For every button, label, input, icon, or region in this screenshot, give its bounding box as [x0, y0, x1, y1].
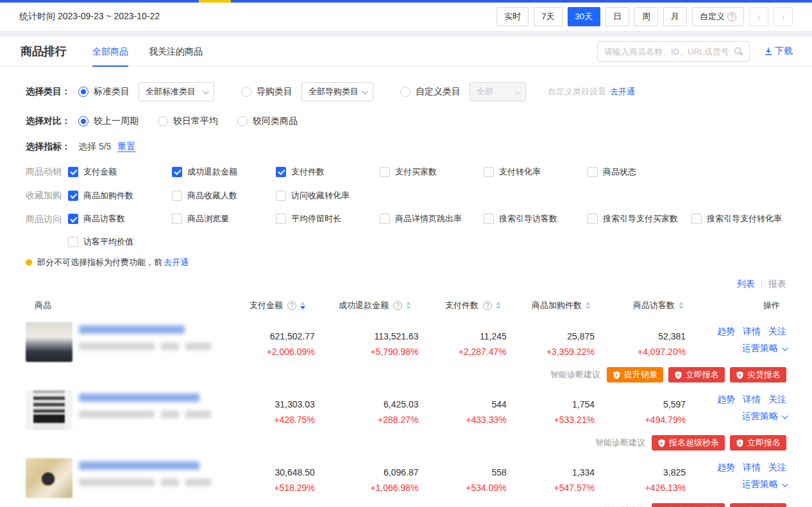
- metric-pay-buyers[interactable]: 支付买家数: [380, 166, 484, 178]
- view-list-button[interactable]: 列表: [737, 279, 755, 290]
- metric-grid: 支付金额 成功退款金额 支付件数 支付买家数 支付转化率 商品状态: [68, 166, 795, 178]
- metric-search-visitors[interactable]: 搜索引导访客数: [484, 213, 588, 225]
- notice-activate-link[interactable]: 去开通: [164, 257, 189, 268]
- help-icon[interactable]: [483, 301, 492, 310]
- radio-label: 自定义类目: [416, 86, 461, 98]
- product-title-blurred[interactable]: [79, 325, 185, 334]
- period-30d-button[interactable]: 30天: [568, 7, 600, 26]
- metric-pay-items[interactable]: 支付件数: [276, 166, 380, 178]
- period-custom-button[interactable]: 自定义: [692, 7, 744, 26]
- detail-link[interactable]: 详情: [743, 462, 761, 474]
- radio-custom-category[interactable]: 自定义类目: [400, 86, 461, 98]
- progress-strip-segment: [199, 0, 231, 3]
- metric-favorite-users[interactable]: 商品收藏人数: [172, 189, 276, 202]
- period-day-button[interactable]: 日: [605, 7, 629, 26]
- strategy-dropdown[interactable]: 运营策略: [742, 343, 786, 354]
- product-image[interactable]: [26, 322, 72, 362]
- radio-similar-products[interactable]: 较同类商品: [237, 116, 298, 127]
- metric-avg-stay[interactable]: 平均停留时长: [276, 213, 380, 225]
- radio-standard-category[interactable]: 标准类目: [78, 86, 130, 98]
- header-pay-amount[interactable]: 支付金额: [199, 300, 305, 311]
- metrics-reset-link[interactable]: 重置: [117, 141, 135, 153]
- sort-icon[interactable]: [679, 302, 684, 309]
- view-report-button[interactable]: 报表: [768, 279, 786, 290]
- sort-icon[interactable]: [586, 302, 591, 309]
- radio-daily-average[interactable]: 较日常平均: [158, 116, 218, 127]
- period-7d-button[interactable]: 7天: [534, 7, 562, 26]
- product-cell[interactable]: [26, 322, 211, 362]
- prev-period-button[interactable]: ‹: [749, 7, 768, 26]
- metric-pageviews[interactable]: 商品浏览量: [172, 213, 276, 225]
- detail-link[interactable]: 详情: [743, 394, 761, 406]
- follow-link[interactable]: 关注: [768, 462, 786, 474]
- product-meta-blurred: [79, 411, 211, 418]
- help-icon[interactable]: [393, 301, 402, 310]
- badge-flash-sale-signup[interactable]: 报名超级秒杀: [652, 435, 725, 451]
- follow-link[interactable]: 关注: [768, 394, 786, 406]
- download-button[interactable]: 下载: [764, 46, 793, 57]
- trend-link[interactable]: 趋势: [717, 326, 735, 338]
- follow-link[interactable]: 关注: [768, 326, 786, 338]
- search-icon[interactable]: [734, 47, 743, 56]
- metric-search-pay-conversion[interactable]: 搜索引导支付转化率: [691, 213, 795, 225]
- product-image[interactable]: [26, 390, 72, 430]
- metric-search-pay-buyers[interactable]: 搜索引导支付买家数: [588, 213, 691, 225]
- tab-all-products[interactable]: 全部商品: [92, 37, 128, 67]
- radio-guide-category[interactable]: 导购类目: [241, 86, 292, 98]
- product-title-blurred[interactable]: [79, 393, 199, 402]
- sort-icon[interactable]: [406, 302, 411, 309]
- badge-boost-sales[interactable]: 提升销量: [607, 367, 663, 382]
- metric-label: 支付金额: [83, 166, 117, 178]
- standard-category-select[interactable]: 全部标准类目: [139, 82, 214, 101]
- badge-top-product-signup[interactable]: 尖货报名: [730, 367, 786, 382]
- period-week-button[interactable]: 周: [634, 7, 658, 26]
- metric-label: 支付件数: [291, 166, 325, 178]
- activate-link[interactable]: 去开通: [610, 86, 635, 98]
- header-visitors[interactable]: 商品访客数: [591, 300, 684, 311]
- metric-label: 商品状态: [603, 166, 636, 178]
- help-icon[interactable]: [287, 301, 296, 310]
- product-search-box[interactable]: [597, 41, 750, 62]
- metric-refund-amount[interactable]: 成功退款金额: [172, 166, 276, 178]
- sort-icon[interactable]: [300, 302, 305, 309]
- metric-bounce-rate[interactable]: 商品详情页跳出率: [380, 213, 484, 225]
- metric-label: 支付买家数: [395, 166, 437, 178]
- metric-visitor-value[interactable]: 访客平均价值: [68, 236, 172, 248]
- badge-signup-now[interactable]: 立即报名: [730, 435, 786, 451]
- metric-label: 商品详情页跳出率: [395, 213, 462, 225]
- period-realtime-button[interactable]: 实时: [496, 7, 529, 26]
- header-refund-amount[interactable]: 成功退款金额: [305, 300, 411, 311]
- radio-icon: [241, 87, 251, 97]
- product-title-blurred[interactable]: [79, 461, 199, 470]
- metric-visit-favorite-rate[interactable]: 访问收藏转化率: [276, 189, 380, 202]
- checkbox-icon: [276, 191, 286, 201]
- header-cart-items[interactable]: 商品加购件数: [501, 300, 591, 311]
- header-pay-items[interactable]: 支付件数: [411, 300, 501, 311]
- checkbox-icon: [380, 167, 390, 177]
- badge-signup-now[interactable]: 立即报名: [730, 503, 786, 507]
- radio-prev-period[interactable]: 较上一周期: [78, 116, 139, 127]
- product-cell[interactable]: [26, 390, 211, 430]
- metric-cart-items[interactable]: 商品加购件数: [68, 189, 172, 202]
- trend-link[interactable]: 趋势: [717, 462, 735, 474]
- badge-flash-sale-signup[interactable]: 报名超级秒杀: [652, 503, 725, 507]
- search-input[interactable]: [604, 47, 734, 56]
- next-period-button[interactable]: ›: [774, 7, 793, 26]
- metric-pay-amount[interactable]: 支付金额: [68, 166, 172, 178]
- strategy-dropdown[interactable]: 运营策略: [742, 411, 786, 422]
- sort-icon[interactable]: [496, 302, 501, 309]
- period-month-button[interactable]: 月: [663, 7, 687, 26]
- product-image[interactable]: [26, 458, 72, 498]
- strategy-dropdown[interactable]: 运营策略: [742, 479, 786, 490]
- product-cell[interactable]: [26, 458, 211, 498]
- guide-category-select[interactable]: 全部导购类目: [301, 82, 373, 101]
- stats-time-label: 统计时间 2023-09-23 ~ 2023-10-22: [19, 11, 160, 22]
- detail-link[interactable]: 详情: [743, 326, 761, 338]
- tab-followed-products[interactable]: 我关注的商品: [149, 37, 203, 67]
- metric-label: 访问收藏转化率: [291, 190, 350, 202]
- metric-product-status[interactable]: 商品状态: [588, 166, 691, 178]
- metric-visitors[interactable]: 商品访客数: [68, 213, 172, 225]
- trend-link[interactable]: 趋势: [717, 394, 735, 406]
- badge-signup-now[interactable]: 立即报名: [668, 367, 725, 382]
- metric-pay-conversion[interactable]: 支付转化率: [484, 166, 588, 178]
